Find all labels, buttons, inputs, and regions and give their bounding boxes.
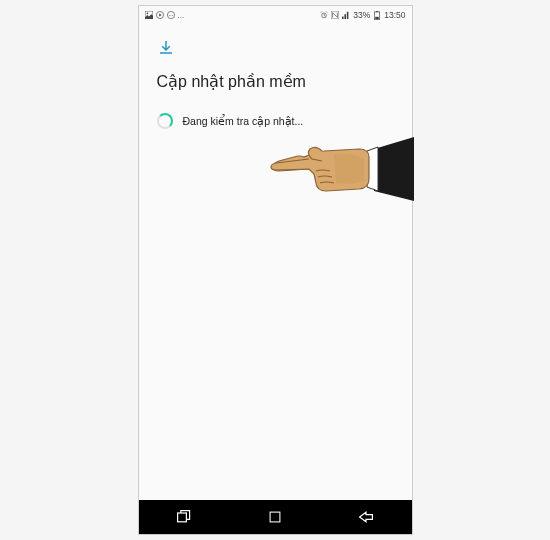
- battery-icon: [373, 11, 381, 19]
- alarm-icon: [320, 11, 328, 19]
- signal-icon: [342, 11, 350, 19]
- phone-screen: ⋯ ... 33% 13:50 Cập nh: [138, 5, 413, 535]
- svg-rect-10: [178, 513, 187, 522]
- svg-text:⋯: ⋯: [169, 13, 173, 18]
- clock: 13:50: [384, 10, 405, 20]
- nfc-icon: [331, 11, 339, 19]
- checking-status-row: Đang kiểm tra cập nhật...: [157, 113, 394, 129]
- svg-rect-11: [270, 512, 280, 522]
- gallery-icon: [145, 11, 153, 19]
- back-button[interactable]: [336, 500, 396, 534]
- more-indicator-icon: ⋯: [167, 11, 175, 19]
- content-area: Cập nhật phần mềm Đang kiểm tra cập nhật…: [139, 24, 412, 500]
- svg-rect-8: [376, 11, 378, 12]
- home-button[interactable]: [245, 500, 305, 534]
- navigation-bar: [139, 500, 412, 534]
- battery-percent: 33%: [353, 10, 370, 20]
- play-circle-icon: [156, 11, 164, 19]
- recents-button[interactable]: [154, 500, 214, 534]
- pointing-hand-overlay: [264, 119, 414, 219]
- svg-point-1: [146, 13, 148, 15]
- status-bar: ⋯ ... 33% 13:50: [139, 6, 412, 24]
- checking-status-text: Đang kiểm tra cập nhật...: [183, 115, 304, 127]
- page-title: Cập nhật phần mềm: [157, 72, 394, 91]
- status-left: ⋯ ...: [145, 11, 185, 20]
- more-dots: ...: [178, 11, 185, 20]
- loading-spinner-icon: [157, 113, 173, 129]
- status-right: 33% 13:50: [320, 10, 405, 20]
- download-icon: [157, 38, 394, 60]
- svg-rect-9: [375, 16, 379, 19]
